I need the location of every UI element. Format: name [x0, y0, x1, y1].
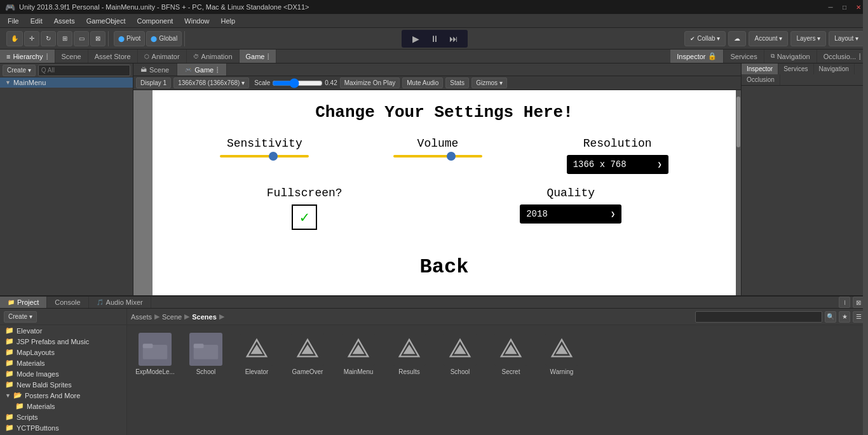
display-select[interactable]: Display 1	[136, 77, 171, 88]
project-options-icon[interactable]: ★	[839, 311, 850, 323]
folder-item-yctp[interactable]: 📁 YCTPButtons	[0, 422, 126, 433]
lock-icon[interactable]: 🔒	[708, 52, 717, 60]
right-scrollbar[interactable]	[736, 90, 741, 295]
game-tab-menu[interactable]: ⁞	[216, 65, 219, 75]
folder-item-materials[interactable]: 📁 Materials	[0, 358, 126, 368]
rect-tool[interactable]: ▭	[74, 31, 89, 46]
scale-slider[interactable]	[272, 79, 323, 87]
breadcrumb-scene[interactable]: Scene	[162, 313, 182, 321]
minimize-button[interactable]: ─	[826, 3, 835, 11]
unity-svg-mainmenu	[346, 337, 370, 361]
game-tab[interactable]: 🎮 Game ⁞	[177, 64, 227, 76]
volume-slider-thumb[interactable]	[447, 152, 456, 161]
layers-button[interactable]: Layers ▾	[790, 31, 826, 46]
bottom-tab-project[interactable]: 📁 Project	[0, 297, 47, 308]
project-panel-menu[interactable]: ⁞	[839, 297, 850, 308]
game-menu[interactable]: ⁞	[267, 51, 269, 62]
stats-button[interactable]: Stats	[445, 77, 469, 88]
resolution-dropdown[interactable]: 1366 x 768 ❯	[567, 155, 668, 174]
project-item-results[interactable]: Results	[386, 330, 432, 435]
folder-item-elevator[interactable]: 📁 Elevator	[0, 325, 126, 336]
step-button[interactable]: ⏭	[445, 31, 463, 46]
cloud-button[interactable]: ☁	[728, 31, 746, 46]
folder-item-posters[interactable]: ▼ 📂 Posters And More	[0, 390, 126, 401]
pause-button[interactable]: ⏸	[426, 31, 444, 46]
collab-button[interactable]: ✔ Collab ▾	[684, 31, 726, 46]
menu-edit[interactable]: Edit	[25, 16, 48, 26]
project-create-button[interactable]: Create ▾	[4, 311, 37, 323]
project-left-toolbar: Create ▾	[0, 309, 126, 325]
menu-help[interactable]: Help	[215, 16, 240, 26]
inspector-tab-navigation[interactable]: Navigation	[814, 64, 855, 74]
project-search-icon[interactable]: 🔍	[825, 311, 836, 323]
folder-item-posters-materials[interactable]: 📁 Materials	[0, 401, 126, 412]
panel-tab-navigation[interactable]: ⧉ Navigation	[764, 50, 817, 63]
bottom-tab-console[interactable]: Console	[47, 297, 88, 308]
breadcrumb-scenes[interactable]: Scenes	[192, 313, 217, 321]
hierarchy-menu[interactable]: ⁞	[46, 51, 48, 62]
project-item-school-folder[interactable]: School	[183, 330, 229, 435]
gizmos-button[interactable]: Gizmos ▾	[471, 77, 507, 88]
panel-tab-services[interactable]: Services	[724, 50, 764, 63]
project-item-warning[interactable]: Warning	[539, 330, 585, 435]
back-button[interactable]: Back	[420, 255, 469, 279]
folder-item-scripts[interactable]: 📁 Scripts	[0, 412, 126, 422]
sensitivity-slider-thumb[interactable]	[269, 152, 278, 161]
global-button[interactable]: ⬤ Global	[146, 31, 182, 46]
pivot-button[interactable]: ⬤ Pivot	[114, 31, 145, 46]
game-tab-label: Game	[246, 53, 265, 60]
hand-tool[interactable]: ✋	[6, 31, 23, 46]
panel-tab-assetstore[interactable]: Asset Store	[88, 50, 138, 63]
inspector-tab-services[interactable]: Services	[778, 64, 813, 74]
panel-tab-hierarchy[interactable]: ≡ Hierarchy ⁞	[0, 50, 55, 63]
hierarchy-item-mainmenu[interactable]: ▼ MainMenu	[0, 77, 133, 88]
folder-item-maplayouts[interactable]: 📁 MapLayouts	[0, 347, 126, 358]
panel-tab-animator[interactable]: ⬡ Animator	[138, 50, 187, 63]
menu-file[interactable]: File	[3, 16, 24, 26]
menu-assets[interactable]: Assets	[49, 16, 80, 26]
hierarchy-create-button[interactable]: Create ▾	[3, 65, 36, 76]
project-item-secret[interactable]: Secret	[488, 330, 534, 435]
project-item-gameover[interactable]: GameOver	[285, 330, 330, 435]
inspector-tab-inspector[interactable]: Inspector	[742, 64, 778, 74]
menu-gameobject[interactable]: GameObject	[81, 16, 131, 26]
close-button[interactable]: ✕	[854, 3, 863, 11]
scene-tab[interactable]: 🏔 Scene	[133, 64, 177, 76]
breadcrumb-sep2: ▶	[184, 312, 189, 321]
folder-item-newbaldi[interactable]: 📁 New Baldi Sprites	[0, 379, 126, 390]
project-item-mainmenu[interactable]: MainMenu	[336, 330, 381, 435]
panel-tab-scene[interactable]: Scene	[55, 50, 88, 63]
scale-tool[interactable]: ⊞	[57, 31, 72, 46]
play-button[interactable]: ▶	[407, 31, 424, 46]
mute-audio-button[interactable]: Mute Audio	[402, 77, 443, 88]
left-scrollbar[interactable]	[863, 0, 868, 435]
quality-dropdown[interactable]: 2018 ❯	[520, 204, 621, 224]
panel-tab-inspector[interactable]: Inspector 🔒	[670, 50, 724, 63]
resolution-select[interactable]: 1366x768 (1366x768) ▾	[173, 77, 249, 88]
maximize-play-button[interactable]: Maximize On Play	[340, 77, 400, 88]
occlusion-menu[interactable]: ⁞	[858, 51, 861, 62]
project-item-label-mainmenu: MainMenu	[344, 368, 374, 375]
account-button[interactable]: Account ▾	[749, 31, 788, 46]
bottom-tab-audiomixer[interactable]: 🎵 Audio Mixer	[89, 297, 151, 308]
rotate-tool[interactable]: ↻	[41, 31, 56, 46]
move-tool[interactable]: ✛	[24, 31, 39, 46]
fullscreen-checkbox[interactable]: ✓	[292, 204, 317, 230]
project-search-input[interactable]	[695, 311, 822, 323]
maximize-button[interactable]: □	[840, 3, 849, 11]
menu-window[interactable]: Window	[179, 16, 214, 26]
panel-tab-animation[interactable]: ⏱ Animation	[187, 50, 240, 63]
menu-component[interactable]: Component	[132, 16, 178, 26]
panel-tab-occlusion[interactable]: Occlusio... ⁞	[817, 50, 868, 63]
hierarchy-search[interactable]	[38, 65, 130, 76]
project-item-elevator[interactable]: Elevator	[234, 330, 280, 435]
project-item-school[interactable]: School	[437, 330, 483, 435]
folder-item-jsp[interactable]: 📁 JSP Prefabs and Music	[0, 336, 126, 347]
breadcrumb-assets[interactable]: Assets	[131, 313, 152, 321]
panel-tab-game[interactable]: Game ⁞	[240, 50, 277, 63]
layout-button[interactable]: Layout ▾	[829, 31, 864, 46]
multi-tool[interactable]: ⊠	[90, 31, 105, 46]
folder-item-modeimages[interactable]: 📁 Mode Images	[0, 368, 126, 379]
project-item-expmodelevel[interactable]: ExpModeLe...	[132, 330, 178, 435]
inspector-tab-occlusion[interactable]: Occlusion	[742, 74, 780, 85]
